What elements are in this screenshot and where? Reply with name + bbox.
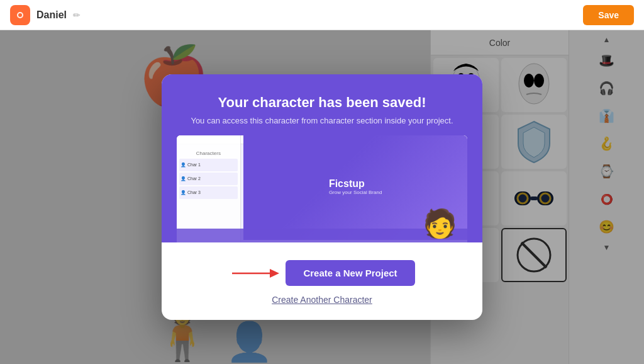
create-project-button[interactable]: Create a New Project [286,260,414,286]
mini-app-title: Ficstup [329,178,382,190]
mini-character-icon: 🧑 [423,207,457,240]
modal-body: Create a New Project Create Another Char… [162,242,482,320]
header-left: Daniel ✏ [10,5,80,25]
header: Daniel ✏ Save [0,0,644,30]
modal: Your character has been saved! You can a… [162,74,482,320]
modal-overlay: Your character has been saved! You can a… [0,30,644,364]
modal-title: Your character has been saved! [177,94,467,111]
app-logo [10,5,30,25]
mini-app: Characters 👤 Char 1 👤 Char 2 👤 Char 3 [177,135,467,242]
arrow-icon [229,264,286,282]
project-name: Daniel [36,9,67,21]
svg-point-2 [18,13,22,17]
mini-app-subtitle: Grow your Social Brand [329,190,382,195]
modal-screenshot: Characters 👤 Char 1 👤 Char 2 👤 Char 3 [177,135,467,242]
save-button[interactable]: Save [583,5,634,25]
mini-sidebar: Characters 👤 Char 1 👤 Char 2 👤 Char 3 [177,135,241,242]
modal-subtitle: You can access this character from chara… [177,116,467,125]
arrow-button-row: Create a New Project [229,260,414,286]
main-area: 🍎 🧍 👤 Color [0,30,644,364]
svg-marker-17 [270,269,279,278]
edit-icon[interactable]: ✏ [73,10,80,20]
create-character-link[interactable]: Create Another Character [272,295,372,305]
modal-header: Your character has been saved! You can a… [162,74,482,242]
